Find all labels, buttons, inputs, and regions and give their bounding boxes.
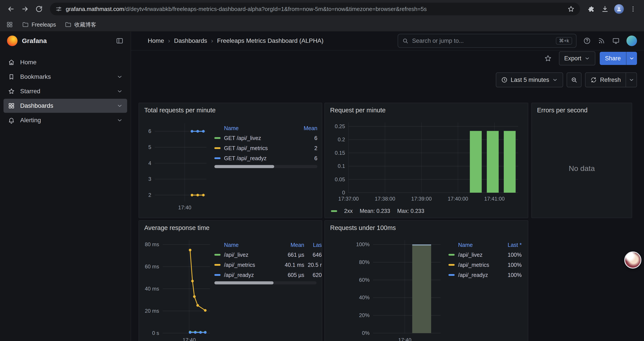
grafana-logo[interactable]: [7, 36, 18, 46]
legend-row[interactable]: /api/_livez 661 µs 646: [214, 250, 322, 260]
series-name[interactable]: /api/_livez: [224, 252, 279, 258]
breadcrumb-dashboards[interactable]: Dashboards: [174, 37, 207, 44]
user-avatar[interactable]: [626, 36, 637, 46]
svg-text:17:40:00: 17:40:00: [448, 196, 468, 202]
svg-text:5: 5: [148, 144, 151, 150]
legend-row[interactable]: /api/_livez 100%: [448, 250, 522, 260]
refresh-interval-button[interactable]: [626, 72, 637, 87]
news-rss-icon[interactable]: [598, 37, 606, 45]
legend-row[interactable]: GET /api/_livez 6: [214, 133, 318, 143]
legend-row[interactable]: /api/_readyz 100%: [448, 270, 522, 280]
avg-response-time-chart[interactable]: 80 ms60 ms40 ms20 ms0 s17:40: [142, 236, 214, 341]
chevron-down-icon[interactable]: [116, 74, 123, 80]
svg-text:17:39:00: 17:39:00: [411, 196, 432, 202]
chevron-down-icon[interactable]: [116, 103, 123, 109]
legend-row[interactable]: GET /api/_readyz 6: [214, 153, 318, 163]
reload-button[interactable]: [32, 3, 46, 16]
browser-menu-button[interactable]: [626, 3, 640, 16]
bookmark-folder-blogs[interactable]: 收藏博客: [65, 21, 96, 28]
series-name[interactable]: /api/_livez: [458, 252, 501, 258]
legend-item[interactable]: 2xx: [331, 208, 353, 214]
panel-title[interactable]: Requests under 100ms: [325, 221, 528, 232]
forward-button[interactable]: [18, 3, 32, 16]
svg-text:20%: 20%: [359, 312, 370, 318]
legend-row[interactable]: /api/_readyz 605 µs 620: [214, 270, 322, 280]
legend-col-name[interactable]: Name: [214, 125, 297, 131]
dock-sidebar-icon[interactable]: [116, 37, 124, 45]
share-menu-button[interactable]: [626, 52, 637, 65]
time-range-picker[interactable]: Last 5 minutes: [496, 72, 563, 87]
panel-title[interactable]: Total requests per minute: [139, 103, 322, 115]
breadcrumb-home[interactable]: Home: [148, 37, 164, 44]
legend-col-mean[interactable]: Mean: [297, 125, 318, 131]
panel-title[interactable]: Request per minute: [325, 103, 528, 115]
sidebar-item-label: Home: [20, 59, 123, 66]
sidebar-item-home[interactable]: Home: [4, 55, 127, 69]
series-name[interactable]: 2xx: [344, 208, 353, 214]
sidebar-item-alerting[interactable]: Alerting: [4, 113, 127, 127]
breadcrumb-current: Freeleaps Metrics Dashboard (ALPHA): [217, 37, 324, 44]
chevron-down-icon[interactable]: [116, 117, 123, 123]
panel-title[interactable]: Average response time: [139, 221, 322, 232]
svg-text:3: 3: [148, 176, 151, 182]
series-name[interactable]: GET /api/_livez: [224, 135, 297, 141]
share-label: Share: [605, 55, 621, 62]
refresh-button[interactable]: Refresh: [585, 72, 626, 87]
help-icon[interactable]: [583, 37, 591, 45]
folder-icon: [22, 21, 29, 28]
floating-avatar[interactable]: [624, 251, 641, 269]
export-button[interactable]: Export: [559, 51, 595, 65]
site-settings-icon[interactable]: [55, 6, 62, 13]
sidebar-item-bookmarks[interactable]: Bookmarks: [4, 70, 127, 84]
bookmark-icon: [8, 73, 15, 80]
legend-inline: 2xx Mean: 0.233 Max: 0.233: [331, 208, 424, 214]
search-input[interactable]: Search or jump to... ⌘+k: [398, 34, 576, 48]
url-text[interactable]: grafana.mathmast.com/d/deytv4rwavabkb/fr…: [66, 6, 564, 13]
series-name[interactable]: /api/_metrics: [224, 262, 279, 268]
zoom-out-time-button[interactable]: [566, 72, 582, 87]
url-bar[interactable]: grafana.mathmast.com/d/deytv4rwavabkb/fr…: [50, 3, 580, 15]
legend-col-mean[interactable]: Mean: [279, 242, 304, 248]
legend-row[interactable]: GET /api/_metrics 2: [214, 143, 318, 153]
legend-col-name[interactable]: Name: [448, 242, 501, 248]
bookmark-folder-freeleaps[interactable]: Freeleaps: [22, 21, 56, 28]
series-name[interactable]: GET /api/_metrics: [224, 145, 297, 151]
arrow-right-icon: [21, 5, 29, 13]
legend-scrollbar[interactable]: [214, 165, 318, 168]
profile-button[interactable]: [612, 3, 626, 16]
legend-col-last[interactable]: Las: [304, 242, 322, 248]
sidebar-item-dashboards[interactable]: Dashboards: [4, 99, 127, 113]
downloads-button[interactable]: [598, 3, 612, 16]
panel-title[interactable]: Errors per second: [532, 103, 632, 115]
legend-col-last[interactable]: Last *: [501, 242, 522, 248]
grafana-app: Grafana Home Bookmarks Starred: [0, 32, 644, 341]
series-swatch: [331, 210, 337, 212]
legend-max: Max: 0.233: [397, 208, 424, 214]
legend-row[interactable]: /api/_metrics 100%: [448, 260, 522, 270]
chevron-down-icon[interactable]: [116, 88, 123, 94]
total-requests-chart[interactable]: 6543217:40: [142, 118, 212, 213]
legend-scrollbar[interactable]: [214, 281, 316, 284]
favorite-dashboard-button[interactable]: [542, 52, 554, 65]
zoom-out-icon: [570, 76, 578, 83]
series-name[interactable]: GET /api/_readyz: [224, 155, 297, 162]
scrollbar-thumb[interactable]: [214, 281, 274, 284]
refresh-icon: [590, 77, 597, 83]
extensions-button[interactable]: [584, 3, 598, 16]
request-per-minute-chart[interactable]: 0.250.20.150.10.05017:37:0017:38:0017:39…: [328, 118, 524, 204]
apps-grid-icon[interactable]: [6, 21, 13, 28]
series-name[interactable]: /api/_readyz: [224, 272, 279, 278]
bookmark-star-icon[interactable]: [567, 5, 575, 13]
person-icon: [616, 6, 622, 12]
under-100ms-chart[interactable]: 100%80%60%40%20%0%17:40: [328, 236, 446, 341]
legend-row[interactable]: /api/_metrics 40.1 ms 20.5 r: [214, 260, 322, 270]
sidebar-item-starred[interactable]: Starred: [4, 84, 127, 98]
scrollbar-thumb[interactable]: [214, 165, 274, 168]
series-name[interactable]: /api/_metrics: [458, 262, 501, 268]
series-name[interactable]: /api/_readyz: [458, 272, 501, 278]
share-button[interactable]: Share: [600, 52, 626, 65]
legend-col-name[interactable]: Name: [214, 242, 279, 248]
monitor-icon[interactable]: [612, 37, 620, 45]
series-last: 100%: [501, 262, 522, 268]
back-button[interactable]: [4, 3, 18, 16]
